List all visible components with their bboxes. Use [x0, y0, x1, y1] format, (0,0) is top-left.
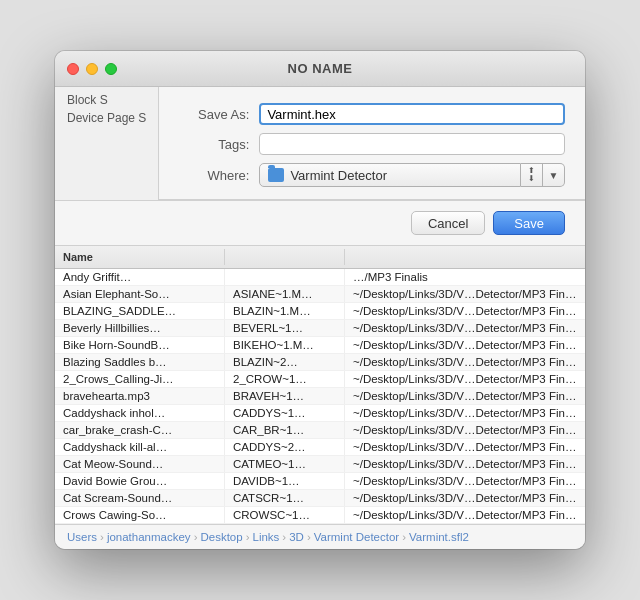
file-path: ~/Desktop/Links/3D/V…Detector/MP3 Finali… [345, 507, 585, 523]
table-row[interactable]: Blazing Saddles b… BLAZIN~2… ~/Desktop/L… [55, 354, 585, 371]
file-list-section: Name Andy Griffit… …/MP3 Finalis Asian E… [55, 245, 585, 524]
breadcrumb-item[interactable]: Links [253, 531, 280, 543]
file-short: BLAZIN~1.M… [225, 303, 345, 319]
file-short: DAVIDB~1… [225, 473, 345, 489]
file-name: Caddyshack kill-al… [55, 439, 225, 455]
block-label: Block S [67, 93, 146, 107]
file-short: 2_CROW~1… [225, 371, 345, 387]
file-path: ~/Desktop/Links/3D/V…Detector/MP3 Finali… [345, 286, 585, 302]
file-path: ~/Desktop/Links/3D/V…Detector/MP3 Finali… [345, 439, 585, 455]
table-row[interactable]: Andy Griffit… …/MP3 Finalis [55, 269, 585, 286]
file-short: ASIANE~1.M… [225, 286, 345, 302]
breadcrumb-separator: › [282, 531, 286, 543]
col-header-short [225, 249, 345, 265]
file-list-header: Name [55, 246, 585, 269]
file-name: Bike Horn-SoundB… [55, 337, 225, 353]
table-row[interactable]: car_brake_crash-C… CAR_BR~1… ~/Desktop/L… [55, 422, 585, 439]
file-short: CADDYS~2… [225, 439, 345, 455]
sidebar-labels: Block S Device Page S [55, 87, 158, 200]
save-dialog: NO NAME Block S Device Page S Save As: T… [55, 51, 585, 549]
breadcrumb-separator: › [402, 531, 406, 543]
breadcrumb-item[interactable]: Varmint.sfl2 [409, 531, 469, 543]
table-row[interactable]: BLAZING_SADDLE… BLAZIN~1.M… ~/Desktop/Li… [55, 303, 585, 320]
save-panel: Save As: Tags: Where: Varmint Detector ▼ [158, 87, 585, 200]
save-as-label: Save As: [179, 107, 259, 122]
save-as-row: Save As: [179, 103, 565, 125]
file-short: BLAZIN~2… [225, 354, 345, 370]
popup-arrows[interactable] [521, 163, 543, 187]
table-row[interactable]: Cat Meow-Sound… CATMEO~1… ~/Desktop/Link… [55, 456, 585, 473]
table-row[interactable]: Cat Scream-Sound… CATSCR~1… ~/Desktop/Li… [55, 490, 585, 507]
where-popup[interactable]: Varmint Detector [259, 163, 521, 187]
where-label: Where: [179, 168, 259, 183]
file-list-body[interactable]: Andy Griffit… …/MP3 Finalis Asian Elepha… [55, 269, 585, 524]
file-path: ~/Desktop/Links/3D/V…Detector/MP3 Finali… [345, 405, 585, 421]
file-path: ~/Desktop/Links/3D/V…Detector/MP3 Finali… [345, 490, 585, 506]
file-name: car_brake_crash-C… [55, 422, 225, 438]
tags-input[interactable] [259, 133, 565, 155]
table-row[interactable]: David Bowie Grou… DAVIDB~1… ~/Desktop/Li… [55, 473, 585, 490]
file-name: Blazing Saddles b… [55, 354, 225, 370]
file-path: ~/Desktop/Links/3D/V…Detector/MP3 Finali… [345, 371, 585, 387]
table-row[interactable]: bravehearta.mp3 BRAVEH~1… ~/Desktop/Link… [55, 388, 585, 405]
file-name: Cat Meow-Sound… [55, 456, 225, 472]
file-short: CATSCR~1… [225, 490, 345, 506]
table-row[interactable]: Caddyshack kill-al… CADDYS~2… ~/Desktop/… [55, 439, 585, 456]
file-name: Cat Scream-Sound… [55, 490, 225, 506]
expand-button[interactable]: ▼ [543, 163, 565, 187]
breadcrumb-separator: › [194, 531, 198, 543]
file-name: Caddyshack inhol… [55, 405, 225, 421]
save-as-input[interactable] [259, 103, 565, 125]
file-path: ~/Desktop/Links/3D/V…Detector/MP3 Finali… [345, 422, 585, 438]
table-row[interactable]: Bike Horn-SoundB… BIKEHO~1.M… ~/Desktop/… [55, 337, 585, 354]
file-short: BRAVEH~1… [225, 388, 345, 404]
file-path: …/MP3 Finalis [345, 269, 585, 285]
file-name: bravehearta.mp3 [55, 388, 225, 404]
save-button[interactable]: Save [493, 211, 565, 235]
file-short: CROWSC~1… [225, 507, 345, 523]
file-path: ~/Desktop/Links/3D/V…Detector/MP3 Finali… [345, 473, 585, 489]
file-name: Beverly Hillbillies… [55, 320, 225, 336]
cancel-button[interactable]: Cancel [411, 211, 485, 235]
button-row: Cancel Save [55, 201, 585, 245]
file-short: BIKEHO~1.M… [225, 337, 345, 353]
breadcrumb-separator: › [246, 531, 250, 543]
table-row[interactable]: Beverly Hillbillies… BEVERL~1… ~/Desktop… [55, 320, 585, 337]
file-name: Asian Elephant-So… [55, 286, 225, 302]
file-path: ~/Desktop/Links/3D/V…Detector/MP3 Finali… [345, 456, 585, 472]
tags-label: Tags: [179, 137, 259, 152]
folder-icon [268, 168, 284, 182]
file-path: ~/Desktop/Links/3D/V…Detector/MP3 Finali… [345, 388, 585, 404]
close-button[interactable] [67, 63, 79, 75]
breadcrumb-item[interactable]: Varmint Detector [314, 531, 399, 543]
col-header-name: Name [55, 249, 225, 265]
titlebar: NO NAME [55, 51, 585, 87]
file-path: ~/Desktop/Links/3D/V…Detector/MP3 Finali… [345, 337, 585, 353]
breadcrumb-separator: › [307, 531, 311, 543]
file-name: 2_Crows_Calling-Ji… [55, 371, 225, 387]
where-value: Varmint Detector [290, 168, 387, 183]
minimize-button[interactable] [86, 63, 98, 75]
table-row[interactable]: Asian Elephant-So… ASIANE~1.M… ~/Desktop… [55, 286, 585, 303]
file-path: ~/Desktop/Links/3D/V…Detector/MP3 Finali… [345, 303, 585, 319]
table-row[interactable]: Caddyshack inhol… CADDYS~1… ~/Desktop/Li… [55, 405, 585, 422]
maximize-button[interactable] [105, 63, 117, 75]
breadcrumb-separator: › [100, 531, 104, 543]
file-short: CATMEO~1… [225, 456, 345, 472]
file-path: ~/Desktop/Links/3D/V…Detector/MP3 Finali… [345, 320, 585, 336]
tags-row: Tags: [179, 133, 565, 155]
table-row[interactable]: Crows Cawing-So… CROWSC~1… ~/Desktop/Lin… [55, 507, 585, 524]
window-controls [67, 63, 117, 75]
window-title: NO NAME [288, 61, 353, 76]
breadcrumb-item[interactable]: Desktop [200, 531, 242, 543]
breadcrumb-item[interactable]: jonathanmackey [107, 531, 191, 543]
where-row: Where: Varmint Detector ▼ [179, 163, 565, 187]
file-name: BLAZING_SADDLE… [55, 303, 225, 319]
file-name: David Bowie Grou… [55, 473, 225, 489]
device-label: Device Page S [67, 111, 146, 125]
table-row[interactable]: 2_Crows_Calling-Ji… 2_CROW~1… ~/Desktop/… [55, 371, 585, 388]
breadcrumb-item[interactable]: 3D [289, 531, 304, 543]
file-short: CADDYS~1… [225, 405, 345, 421]
breadcrumb-item[interactable]: Users [67, 531, 97, 543]
file-short [225, 269, 345, 285]
